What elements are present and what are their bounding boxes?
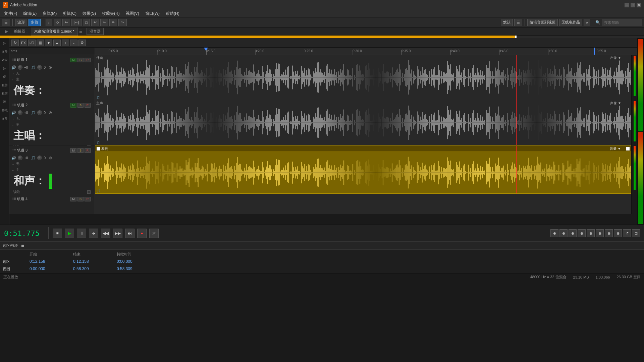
panel-icon-source[interactable]: 渡 bbox=[1, 98, 8, 106]
track-3-mute-btn[interactable]: M bbox=[70, 148, 76, 153]
track-4-waveform[interactable] bbox=[95, 194, 631, 214]
fast-forward-button[interactable]: ▶▶ bbox=[113, 229, 122, 238]
to-start-button[interactable]: ⏮ bbox=[89, 229, 98, 238]
zoom-out-h-btn[interactable]: ⊖ bbox=[614, 229, 622, 237]
sel-start-selection[interactable]: 0:12.158 bbox=[30, 258, 73, 264]
track-3-pan-knob[interactable] bbox=[37, 156, 42, 160]
tracks-scroll[interactable]: ⠿⠿ 轨道 1 M S R I 🔊 +0 🎵 0 ⊗ bbox=[9, 55, 637, 225]
razor-tool-btn[interactable]: ◇ bbox=[54, 19, 61, 26]
sel-end-view[interactable]: 0:58.309 bbox=[73, 266, 117, 272]
menu-help[interactable]: 帮助(H) bbox=[163, 10, 182, 17]
pencil-btn[interactable]: ✏ bbox=[109, 19, 117, 26]
multitrack-view-btn[interactable]: 多轨 bbox=[29, 19, 41, 26]
tc-btn-grid[interactable]: ▦ bbox=[37, 40, 44, 46]
track-3-solo-btn[interactable]: S bbox=[77, 148, 84, 153]
track-1-label-right[interactable]: 声像 ▼ bbox=[610, 56, 621, 60]
marquee-btn[interactable]: □ bbox=[83, 19, 90, 26]
close-button[interactable]: ✕ bbox=[637, 3, 641, 7]
track-1-mute-btn[interactable]: M bbox=[70, 58, 76, 62]
sel-start-view[interactable]: 0:00.000 bbox=[30, 266, 73, 272]
sel-dur-selection[interactable]: 0:00.000 bbox=[117, 258, 160, 264]
pause-button[interactable]: ⏸ bbox=[77, 229, 86, 238]
menu-file[interactable]: 文件(F) bbox=[1, 10, 20, 17]
tc-btn-remove[interactable]: - bbox=[70, 40, 77, 46]
panels-toggle-btn[interactable]: ⫸ bbox=[1, 27, 12, 36]
menu-clip[interactable]: 剪辑(C) bbox=[60, 10, 79, 17]
track-2-waveform[interactable]: 主声 声像 ▼ 🎵 bbox=[95, 100, 631, 145]
edit-video-btn[interactable]: 编辑音频到视频 bbox=[527, 19, 558, 26]
rewind-button[interactable]: ◀◀ bbox=[101, 229, 110, 238]
panel-icon-roughcut2[interactable]: 粗剪 bbox=[1, 90, 8, 97]
move-tool-btn[interactable]: ↕ bbox=[46, 19, 52, 26]
sel-end-selection[interactable]: 0:12.158 bbox=[73, 258, 117, 264]
track-2-solo-btn[interactable]: S bbox=[77, 103, 84, 108]
zoom-out-amplitude-btn[interactable]: ⊖ bbox=[559, 229, 568, 237]
ruler-ticks[interactable]: 0:05.0 0:10.0 0:15.0 0:20.0 0:25.0 0:30.… bbox=[95, 48, 637, 55]
minimize-button[interactable]: — bbox=[625, 3, 629, 7]
search-input[interactable] bbox=[602, 19, 642, 26]
more-btn[interactable]: » bbox=[584, 19, 590, 26]
clip-handle-right[interactable] bbox=[626, 147, 630, 150]
fade-btn[interactable]: 〜 bbox=[118, 19, 127, 26]
track-2-pan-knob[interactable] bbox=[37, 110, 42, 115]
tc-btn-up[interactable]: ▲ bbox=[53, 40, 61, 46]
track-1-pan-knob[interactable] bbox=[37, 65, 42, 70]
undo-btn[interactable]: ↩ bbox=[91, 19, 99, 26]
zoom-out-vert-btn[interactable]: ⊖ bbox=[596, 229, 604, 237]
track-2-vol-knob[interactable] bbox=[18, 110, 22, 115]
maximize-button[interactable]: □ bbox=[631, 3, 635, 7]
track-2-label-right[interactable]: 声像 ▼ bbox=[610, 101, 621, 106]
track-3-record-btn[interactable]: R bbox=[85, 148, 91, 153]
current-file-tab[interactable]: 未命名混音项目 1.sesx * bbox=[31, 27, 78, 36]
mixer-button[interactable]: 混音器 bbox=[87, 28, 104, 35]
track-1-vol-knob[interactable] bbox=[18, 65, 22, 70]
track-4-mute-btn[interactable]: M bbox=[70, 197, 76, 201]
panel-icon-file2[interactable]: 文件 bbox=[1, 115, 8, 122]
stop-button[interactable]: ■ bbox=[53, 229, 62, 238]
clip-handle-left[interactable] bbox=[97, 147, 100, 150]
track-3-waveform[interactable]: 和提 音量 ▼ 🎵 bbox=[95, 145, 631, 194]
tc-btn-add[interactable]: + bbox=[62, 40, 69, 46]
track-2-mute-btn[interactable]: M bbox=[70, 103, 76, 108]
tab-options-icon[interactable]: ☰ bbox=[78, 29, 84, 34]
panel-icon-effects[interactable]: 效果 bbox=[1, 56, 8, 64]
play-button[interactable]: ▶ bbox=[65, 229, 74, 238]
panel-icon-files[interactable]: 文件 bbox=[1, 48, 8, 55]
zoom-in-vert-btn[interactable]: ⊕ bbox=[587, 229, 595, 237]
zoom-fit-btn[interactable]: ⊡ bbox=[632, 229, 640, 237]
tc-btn-io[interactable]: I/O bbox=[28, 40, 36, 46]
session-progress-bar[interactable] bbox=[0, 36, 644, 38]
tc-btn-fx[interactable]: FX bbox=[20, 40, 27, 46]
record-button[interactable]: ● bbox=[137, 229, 147, 238]
zoom-reset-btn[interactable]: ↺ bbox=[623, 229, 631, 237]
panel-icon-layer[interactable]: 促 bbox=[1, 73, 8, 80]
panel-icon-hold[interactable]: 持续 bbox=[1, 107, 8, 114]
to-end-button[interactable]: ⏭ bbox=[125, 229, 135, 238]
redo-btn[interactable]: ↪ bbox=[100, 19, 108, 26]
workspace-menu-btn[interactable]: ☰ bbox=[514, 19, 522, 26]
menu-window[interactable]: 窗口(W) bbox=[143, 10, 162, 17]
tc-btn-settings[interactable]: ⚙ bbox=[78, 40, 86, 46]
track-1-waveform[interactable]: 伴奏 声像 ▼ 🎵 bbox=[95, 55, 631, 100]
tc-btn-sync[interactable]: ↻ bbox=[11, 40, 19, 46]
panel-icon-1[interactable]: ⫸ bbox=[1, 40, 8, 47]
zoom-out-time-btn[interactable]: ⊖ bbox=[578, 229, 586, 237]
menu-effects[interactable]: 效果(S) bbox=[80, 10, 99, 17]
menu-edit[interactable]: 编辑(E) bbox=[20, 10, 39, 17]
track-3-sublabel[interactable]: 读取 bbox=[13, 190, 20, 194]
default-workspace-btn[interactable]: 默认 bbox=[501, 19, 513, 26]
tc-btn-down[interactable]: ▼ bbox=[45, 40, 52, 46]
panel-icon-3[interactable]: ⫸ bbox=[1, 65, 8, 72]
panel-toggle-btn[interactable]: ☰ bbox=[2, 19, 10, 26]
track-3-label-right[interactable]: 音量 ▼ bbox=[610, 146, 621, 151]
track-4-solo-btn[interactable]: S bbox=[77, 197, 84, 201]
track-1-record-btn[interactable]: R bbox=[85, 58, 91, 62]
zoom-in-h-btn[interactable]: ⊕ bbox=[605, 229, 613, 237]
menu-view[interactable]: 视图(V) bbox=[123, 10, 142, 17]
menu-multitrack[interactable]: 多轨(M) bbox=[40, 10, 59, 17]
zoom-in-time-btn[interactable]: ⊕ bbox=[569, 229, 577, 237]
selection-options-icon[interactable]: ☰ bbox=[21, 243, 24, 248]
track-1-solo-btn[interactable]: S bbox=[77, 58, 84, 62]
time-sel-btn[interactable]: |↔| bbox=[71, 19, 82, 26]
track-4-record-btn[interactable]: R bbox=[85, 197, 91, 201]
